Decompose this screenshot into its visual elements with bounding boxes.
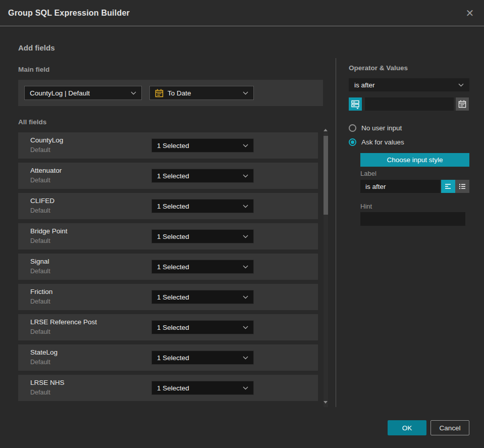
field-selected-dropdown[interactable]: 1 Selected (151, 229, 254, 243)
chevron-down-icon (243, 295, 248, 299)
date-value-input[interactable] (365, 97, 454, 111)
hint-input[interactable] (360, 212, 465, 226)
field-name: LRSE Reference Post (30, 318, 97, 326)
add-fields-heading: Add fields (18, 43, 55, 52)
field-selected-dropdown[interactable]: 1 Selected (151, 351, 254, 365)
field-selected-dropdown[interactable]: 1 Selected (151, 320, 254, 334)
field-name: Attenuator (30, 167, 62, 174)
field-row: LRSE Reference Post Default 1 Selected (18, 314, 318, 340)
input-style-text-button[interactable] (441, 180, 455, 193)
field-selected-value: 1 Selected (157, 354, 189, 362)
stacked-values-icon (351, 99, 360, 109)
close-icon[interactable]: ✕ (462, 0, 478, 26)
field-name: StateLog (30, 349, 58, 356)
chevron-down-icon (131, 91, 136, 95)
main-field-label: Main field (18, 66, 49, 73)
field-selected-dropdown[interactable]: 1 Selected (151, 169, 254, 183)
value-source-toggle-button[interactable] (349, 97, 362, 111)
calendar-icon (458, 100, 466, 108)
radio-label: No user input (361, 124, 402, 132)
field-name: Bridge Point (30, 227, 68, 235)
field-row: Bridge Point Default 1 Selected (18, 223, 318, 250)
align-left-icon (444, 182, 452, 190)
ok-button[interactable]: OK (388, 420, 426, 435)
field-selected-dropdown[interactable]: 1 Selected (151, 260, 254, 274)
chevron-down-icon (243, 235, 248, 238)
field-selected-value: 1 Selected (157, 384, 189, 392)
field-row: StateLog Default 1 Selected (18, 344, 318, 371)
panel-divider (336, 58, 336, 407)
field-row: LRSE NHS Default 1 Selected (18, 375, 318, 401)
scrollbar-up-arrow[interactable] (324, 129, 328, 131)
scrollbar-down-arrow[interactable] (324, 401, 328, 404)
group-sql-expression-builder-dialog: Group SQL Expression Builder ✕ Add field… (0, 0, 484, 448)
main-field-select-value: CountyLog | Default (30, 89, 90, 97)
field-subtitle: Default (30, 207, 50, 214)
operator-select[interactable]: is after (349, 78, 469, 91)
date-picker-button[interactable] (456, 97, 469, 111)
field-selected-dropdown[interactable]: 1 Selected (151, 381, 254, 395)
field-row: Friction Default 1 Selected (18, 284, 318, 310)
operator-values-heading: Operator & Values (349, 64, 408, 72)
field-subtitle: Default (30, 237, 50, 244)
radio-circle-icon (349, 138, 356, 146)
field-row: CLIFED Default 1 Selected (18, 193, 318, 219)
field-name: CountyLog (30, 136, 63, 144)
radio-no-user-input[interactable]: No user input (349, 124, 402, 132)
dialog-title: Group SQL Expression Builder (8, 0, 130, 26)
chevron-down-icon (243, 386, 248, 390)
field-subtitle: Default (30, 298, 50, 305)
field-name: Friction (30, 288, 52, 295)
chevron-down-icon (243, 144, 248, 147)
field-selected-dropdown[interactable]: 1 Selected (151, 199, 254, 213)
radio-label: Ask for values (361, 138, 404, 146)
chevron-down-icon (243, 174, 248, 178)
field-name: LRSE NHS (30, 379, 65, 386)
main-field-panel: CountyLog | Default To Date (18, 80, 323, 106)
field-selected-value: 1 Selected (157, 293, 189, 301)
date-field-select-value: To Date (168, 89, 191, 97)
cancel-button[interactable]: Cancel (431, 420, 469, 435)
field-selected-value: 1 Selected (157, 324, 189, 331)
field-subtitle: Default (30, 328, 50, 335)
label-field-label: Label (360, 170, 377, 177)
chevron-down-icon (458, 83, 464, 87)
main-field-select[interactable]: CountyLog | Default (24, 86, 142, 100)
input-style-list-button[interactable] (455, 180, 469, 193)
field-name: Signal (30, 258, 49, 265)
field-subtitle: Default (30, 146, 50, 154)
chevron-down-icon (243, 265, 248, 269)
field-subtitle: Default (30, 268, 50, 275)
field-subtitle: Default (30, 389, 50, 396)
chevron-down-icon (243, 91, 248, 95)
bullet-list-icon (458, 182, 466, 190)
radio-circle-icon (349, 124, 356, 132)
field-selected-dropdown[interactable]: 1 Selected (151, 138, 254, 153)
radio-ask-for-values[interactable]: Ask for values (349, 138, 404, 146)
chevron-down-icon (243, 205, 248, 208)
scrollbar-thumb[interactable] (324, 136, 328, 215)
fields-scrollbar[interactable] (324, 132, 328, 407)
field-selected-value: 1 Selected (157, 172, 189, 180)
label-input[interactable] (360, 180, 440, 193)
field-selected-dropdown[interactable]: 1 Selected (151, 290, 254, 304)
all-fields-label: All fields (18, 118, 46, 126)
field-row: Attenuator Default 1 Selected (18, 163, 318, 189)
field-subtitle: Default (30, 177, 50, 184)
field-selected-value: 1 Selected (157, 142, 189, 150)
field-selected-value: 1 Selected (157, 203, 189, 210)
hint-field-label: Hint (360, 203, 372, 210)
field-subtitle: Default (30, 359, 50, 366)
chevron-down-icon (243, 356, 248, 360)
choose-input-style-button[interactable]: Choose input style (360, 153, 469, 167)
field-row: CountyLog Default 1 Selected (18, 132, 318, 159)
field-selected-value: 1 Selected (157, 263, 189, 271)
field-selected-value: 1 Selected (157, 233, 189, 240)
chevron-down-icon (243, 326, 248, 329)
operator-select-value: is after (354, 81, 375, 89)
field-row: Signal Default 1 Selected (18, 254, 318, 280)
title-bar: Group SQL Expression Builder ✕ (0, 0, 484, 26)
date-field-select[interactable]: To Date (149, 86, 254, 100)
field-name: CLIFED (30, 197, 55, 205)
calendar-icon (155, 89, 164, 97)
